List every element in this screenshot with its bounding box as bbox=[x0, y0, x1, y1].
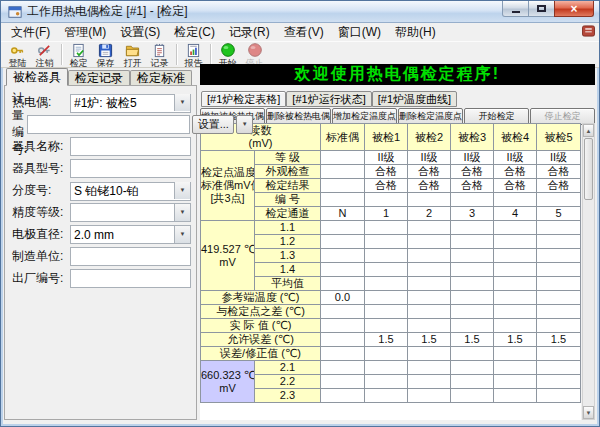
table-cell[interactable]: 合格 bbox=[494, 165, 537, 179]
table-cell[interactable]: II级 bbox=[494, 151, 537, 165]
table-cell[interactable] bbox=[365, 389, 408, 403]
table-cell[interactable] bbox=[408, 277, 451, 291]
meter-number-dropdown-button[interactable]: ▼ bbox=[236, 115, 253, 134]
table-cell[interactable] bbox=[451, 375, 494, 389]
tab-tested-instruments[interactable]: 被检器具 bbox=[6, 68, 68, 86]
tab-verification-table[interactable]: [#1炉检定表格] bbox=[201, 91, 286, 107]
table-cell[interactable]: II级 bbox=[537, 151, 581, 165]
table-cell[interactable] bbox=[365, 193, 408, 207]
table-cell[interactable] bbox=[451, 291, 494, 305]
table-cell[interactable] bbox=[408, 347, 451, 361]
menu-item-manage[interactable]: 管理(M) bbox=[57, 23, 113, 41]
table-cell[interactable] bbox=[365, 235, 408, 249]
graduation-value[interactable] bbox=[70, 182, 191, 201]
factory-number-input[interactable] bbox=[70, 269, 191, 288]
logout-button[interactable]: 注销 bbox=[31, 42, 58, 67]
table-cell[interactable] bbox=[494, 375, 537, 389]
menu-item-verify[interactable]: 检定(C) bbox=[167, 23, 222, 41]
table-cell[interactable] bbox=[537, 361, 581, 375]
table-cell[interactable]: 合格 bbox=[408, 179, 451, 193]
menu-item-help[interactable]: 帮助(H) bbox=[388, 23, 443, 41]
accuracy-class-value[interactable] bbox=[70, 203, 191, 222]
table-cell[interactable] bbox=[408, 263, 451, 277]
table-cell[interactable] bbox=[537, 291, 581, 305]
table-cell[interactable]: 5 bbox=[537, 207, 581, 221]
tab-temperature-curve[interactable]: [#1炉温度曲线] bbox=[372, 91, 457, 107]
menu-item-record[interactable]: 记录(R) bbox=[222, 23, 277, 41]
table-cell[interactable] bbox=[537, 319, 581, 333]
table-cell[interactable]: 2 bbox=[408, 207, 451, 221]
table-cell[interactable] bbox=[321, 179, 365, 193]
table-cell[interactable]: 4 bbox=[494, 207, 537, 221]
table-cell[interactable] bbox=[321, 221, 365, 235]
thermocouple-dropdown-icon[interactable]: ▼ bbox=[174, 94, 190, 111]
table-cell[interactable] bbox=[321, 305, 365, 319]
table-cell[interactable] bbox=[451, 221, 494, 235]
table-cell[interactable]: 合格 bbox=[494, 179, 537, 193]
table-cell[interactable]: 1.5 bbox=[408, 333, 451, 347]
table-cell[interactable] bbox=[321, 249, 365, 263]
table-cell[interactable] bbox=[494, 319, 537, 333]
table-cell[interactable] bbox=[408, 375, 451, 389]
electrode-diameter-value[interactable] bbox=[70, 225, 191, 244]
tab-run-status[interactable]: [#1炉运行状态] bbox=[286, 91, 371, 107]
table-cell[interactable] bbox=[451, 249, 494, 263]
table-cell[interactable] bbox=[321, 347, 365, 361]
table-cell[interactable]: 1.5 bbox=[451, 333, 494, 347]
table-cell[interactable]: II级 bbox=[408, 151, 451, 165]
table-cell[interactable] bbox=[451, 305, 494, 319]
table-cell[interactable] bbox=[451, 235, 494, 249]
table-cell[interactable] bbox=[494, 235, 537, 249]
record-button[interactable]: 记录 bbox=[146, 42, 173, 67]
table-cell[interactable] bbox=[451, 319, 494, 333]
table-cell[interactable]: 合格 bbox=[451, 179, 494, 193]
table-cell[interactable] bbox=[537, 347, 581, 361]
table-cell[interactable] bbox=[365, 291, 408, 305]
maximize-button[interactable] bbox=[528, 1, 555, 17]
table-cell[interactable]: 合格 bbox=[365, 165, 408, 179]
table-cell[interactable] bbox=[321, 235, 365, 249]
table-cell[interactable] bbox=[494, 263, 537, 277]
graduation-dropdown-icon[interactable]: ▼ bbox=[174, 182, 190, 199]
meter-number-input[interactable] bbox=[27, 115, 190, 134]
table-cell[interactable] bbox=[451, 389, 494, 403]
table-cell[interactable] bbox=[365, 263, 408, 277]
table-cell[interactable] bbox=[321, 375, 365, 389]
table-cell[interactable] bbox=[494, 361, 537, 375]
table-cell[interactable]: 合格 bbox=[537, 165, 581, 179]
table-cell[interactable] bbox=[365, 277, 408, 291]
table-cell[interactable] bbox=[451, 263, 494, 277]
table-cell[interactable] bbox=[451, 277, 494, 291]
table-cell[interactable] bbox=[321, 319, 365, 333]
table-cell[interactable] bbox=[494, 291, 537, 305]
table-cell[interactable] bbox=[494, 347, 537, 361]
table-cell[interactable] bbox=[408, 361, 451, 375]
accuracy-class-dropdown-icon[interactable]: ▼ bbox=[174, 204, 190, 221]
table-cell[interactable] bbox=[537, 277, 581, 291]
menu-item-window[interactable]: 窗口(W) bbox=[331, 23, 388, 41]
menu-item-file[interactable]: 文件(F) bbox=[4, 23, 57, 41]
save-button[interactable]: 保存 bbox=[92, 42, 119, 67]
table-cell[interactable] bbox=[365, 347, 408, 361]
table-cell[interactable] bbox=[321, 165, 365, 179]
table-cell[interactable] bbox=[365, 361, 408, 375]
table-cell[interactable] bbox=[408, 249, 451, 263]
login-button[interactable]: 登陆 bbox=[4, 42, 31, 67]
table-cell[interactable] bbox=[537, 375, 581, 389]
table-cell[interactable] bbox=[408, 193, 451, 207]
table-cell[interactable] bbox=[494, 249, 537, 263]
table-cell[interactable] bbox=[494, 277, 537, 291]
table-cell[interactable] bbox=[451, 361, 494, 375]
electrode-diameter-dropdown-icon[interactable]: ▼ bbox=[174, 226, 190, 243]
table-cell[interactable] bbox=[365, 305, 408, 319]
table-cell[interactable] bbox=[365, 221, 408, 235]
manufacturer-input[interactable] bbox=[70, 247, 191, 266]
table-cell[interactable] bbox=[537, 193, 581, 207]
table-cell[interactable] bbox=[494, 389, 537, 403]
table-cell[interactable]: N bbox=[321, 207, 365, 221]
table-cell[interactable] bbox=[408, 235, 451, 249]
table-cell[interactable]: 合格 bbox=[365, 179, 408, 193]
table-scrollbar[interactable]: ▲ ▼ bbox=[582, 123, 595, 420]
open-button[interactable]: 打开 bbox=[119, 42, 146, 67]
tab-verification-records[interactable]: 检定记录 bbox=[68, 70, 130, 85]
